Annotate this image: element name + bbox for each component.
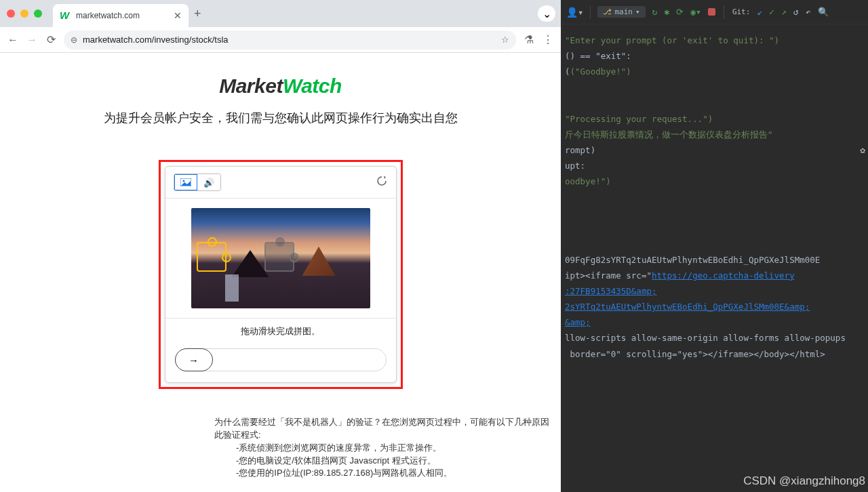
search-icon[interactable]: 🔍 (818, 7, 829, 17)
captcha-toolbar: 🔊 (165, 167, 396, 199)
rollback-icon[interactable]: ↶ (806, 7, 811, 17)
chevron-down-icon: ⌄ (542, 7, 551, 20)
waterfall-shape (225, 274, 239, 302)
git-branch-selector[interactable]: ⎇ main ▾ (597, 6, 645, 18)
window-controls (7, 9, 42, 18)
puzzle-image (191, 208, 370, 308)
debug-icon[interactable]: ✱ (664, 7, 669, 17)
image-mode-button[interactable] (174, 174, 197, 190)
browser-window: W marketwatch.com ✕ + ⌄ ← → ⟳ ⊖ marketwa… (0, 0, 561, 492)
ide-pane: 👤▾ ⎇ main ▾ ↻ ✱ ⟳ ◉▾ Git: ↙ ✓ ↗ ↺ ↶ 🔍 "E… (561, 0, 868, 492)
page-content: MarketWatch 为提升会员帐户安全，我们需与您确认此网页操作行为确实出自… (0, 53, 561, 492)
history-icon[interactable]: ↺ (793, 7, 799, 17)
url-field[interactable]: ⊖ marketwatch.com/investing/stock/tsla ☆ (64, 30, 516, 49)
git-commit-icon[interactable]: ✓ (769, 7, 774, 17)
watermark-text: CSDN @xiangzhihong8 (743, 474, 865, 488)
explanation-reason-1: -系统侦测到您浏览网页的速度异常，为非正常操作。 (214, 442, 561, 455)
reload-button[interactable]: ⟳ (45, 33, 57, 46)
back-button[interactable]: ← (7, 34, 19, 46)
forward-button: → (26, 34, 38, 46)
menu-icon[interactable]: ⋮ (542, 33, 554, 46)
close-window-icon[interactable] (7, 9, 15, 18)
gear-icon[interactable]: ✿ (860, 145, 865, 155)
bookmark-icon[interactable]: ☆ (501, 35, 509, 45)
captcha-refresh-button[interactable] (376, 175, 388, 190)
security-headline: 为提升会员帐户安全，我们需与您确认此网页操作行为确实出自您 (0, 110, 561, 126)
image-icon (180, 178, 191, 186)
git-label: Git: (732, 7, 751, 16)
url-text: marketwatch.com/investing/stock/tsla (83, 35, 229, 45)
chevron-down-icon: ▾ (635, 7, 640, 16)
puzzle-target-slot (264, 242, 294, 272)
address-bar: ← → ⟳ ⊖ marketwatch.com/investing/stock/… (0, 27, 561, 53)
tab-bar: W marketwatch.com ✕ + ⌄ (0, 0, 561, 27)
mountain-shape-2 (232, 250, 269, 277)
git-pull-icon[interactable]: ↙ (757, 7, 762, 17)
slider-handle[interactable]: → (175, 348, 213, 371)
update-icon[interactable]: ↻ (652, 7, 658, 17)
captcha-mode-toggle: 🔊 (174, 173, 221, 191)
labs-icon[interactable]: ⚗ (523, 33, 535, 46)
slider-track[interactable]: → (175, 348, 387, 371)
explanation-reason-2: -您的电脑设定/软体阻挡网页 Javascript 程式运行。 (214, 455, 561, 468)
svg-point-1 (182, 180, 184, 182)
ide-toolbar: 👤▾ ⎇ main ▾ ↻ ✱ ⟳ ◉▾ Git: ↙ ✓ ↗ ↺ ↶ 🔍 (561, 0, 868, 24)
favicon-icon: W (60, 10, 71, 21)
captcha-image-area (165, 199, 396, 318)
arrow-right-icon: → (189, 354, 199, 366)
captcha-card: 🔊 (165, 166, 397, 383)
browser-tab[interactable]: W marketwatch.com ✕ (53, 4, 189, 27)
user-icon[interactable]: 👤▾ (566, 7, 583, 18)
puzzle-piece-source (197, 242, 226, 272)
maximize-window-icon[interactable] (34, 9, 42, 18)
captcha-highlight: 🔊 (159, 160, 403, 389)
tab-close-icon[interactable]: ✕ (174, 10, 182, 21)
new-tab-button[interactable]: + (194, 7, 201, 21)
tabs-dropdown-button[interactable]: ⌄ (538, 5, 555, 22)
minimize-window-icon[interactable] (20, 9, 28, 18)
site-logo: MarketWatch (0, 75, 561, 98)
explanation-text: 为什么需要经过「我不是机器人」的验证？在您浏览网页过程中，可能有以下几种原因 此… (0, 389, 561, 480)
speaker-icon: 🔊 (203, 178, 214, 188)
run-icon[interactable]: ⟳ (676, 7, 684, 17)
branch-icon: ⎇ (603, 7, 612, 16)
branch-name: main (614, 7, 633, 16)
explanation-answer-intro: 此验证程式: (214, 429, 561, 442)
mountain-shape (302, 243, 350, 276)
code-editor[interactable]: "Enter your prompt (or 'exit' to quit): … (561, 24, 868, 370)
refresh-icon (376, 175, 388, 187)
git-push-icon[interactable]: ↗ (781, 7, 787, 17)
audio-mode-button[interactable]: 🔊 (197, 174, 220, 190)
captcha-instruction: 拖动滑块完成拼图。 (165, 318, 396, 342)
explanation-reason-3: -您使用的IP位址(IP:89.185.27.168)与网路机器人相同。 (214, 467, 561, 480)
tab-title: marketwatch.com (76, 11, 168, 20)
stop-button[interactable] (708, 8, 715, 16)
site-info-icon[interactable]: ⊖ (71, 35, 77, 45)
explanation-question: 为什么需要经过「我不是机器人」的验证？在您浏览网页过程中，可能有以下几种原因 (214, 416, 561, 429)
coverage-icon[interactable]: ◉▾ (690, 7, 701, 17)
iframe-src-link[interactable]: https://geo.captcha-delivery (652, 270, 795, 281)
